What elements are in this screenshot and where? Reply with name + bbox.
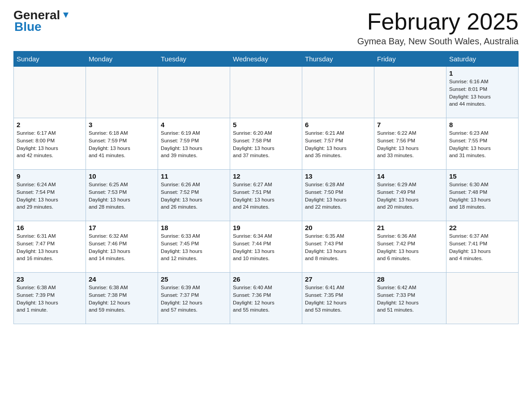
weekday-header-sunday: Sunday — [14, 51, 86, 67]
day-number: 10 — [89, 172, 155, 180]
calendar-cell: 4Sunrise: 6:19 AM Sunset: 7:59 PM Daylig… — [158, 118, 230, 170]
day-info: Sunrise: 6:16 AM Sunset: 8:01 PM Dayligh… — [449, 78, 515, 108]
calendar-cell: 7Sunrise: 6:22 AM Sunset: 7:56 PM Daylig… — [374, 118, 446, 170]
calendar-cell — [446, 273, 519, 324]
calendar-cell: 17Sunrise: 6:32 AM Sunset: 7:46 PM Dayli… — [86, 221, 158, 273]
day-info: Sunrise: 6:21 AM Sunset: 7:57 PM Dayligh… — [305, 129, 371, 159]
day-number: 21 — [377, 224, 443, 231]
day-info: Sunrise: 6:17 AM Sunset: 8:00 PM Dayligh… — [17, 129, 83, 159]
day-info: Sunrise: 6:36 AM Sunset: 7:42 PM Dayligh… — [377, 232, 443, 262]
calendar-week-row: 16Sunrise: 6:31 AM Sunset: 7:47 PM Dayli… — [14, 221, 519, 273]
weekday-header-tuesday: Tuesday — [158, 51, 230, 67]
logo-triangle-icon — [61, 11, 71, 21]
calendar-cell: 16Sunrise: 6:31 AM Sunset: 7:47 PM Dayli… — [14, 221, 86, 273]
day-number: 13 — [305, 172, 371, 180]
day-number: 7 — [377, 121, 443, 128]
day-info: Sunrise: 6:29 AM Sunset: 7:49 PM Dayligh… — [377, 181, 443, 211]
weekday-header-wednesday: Wednesday — [230, 51, 302, 67]
calendar-cell: 19Sunrise: 6:34 AM Sunset: 7:44 PM Dayli… — [230, 221, 302, 273]
calendar-cell: 11Sunrise: 6:26 AM Sunset: 7:52 PM Dayli… — [158, 170, 230, 221]
day-number: 1 — [449, 69, 515, 77]
calendar-cell — [158, 67, 230, 118]
day-number: 16 — [17, 224, 83, 231]
calendar-cell: 27Sunrise: 6:41 AM Sunset: 7:35 PM Dayli… — [302, 273, 374, 324]
calendar-cell: 28Sunrise: 6:42 AM Sunset: 7:33 PM Dayli… — [374, 273, 446, 324]
day-number: 19 — [233, 224, 299, 231]
calendar-cell: 15Sunrise: 6:30 AM Sunset: 7:48 PM Dayli… — [446, 170, 519, 221]
location-title: Gymea Bay, New South Wales, Australia — [357, 36, 519, 47]
day-number: 14 — [377, 172, 443, 180]
calendar-cell — [14, 67, 86, 118]
calendar-cell: 6Sunrise: 6:21 AM Sunset: 7:57 PM Daylig… — [302, 118, 374, 170]
weekday-header-monday: Monday — [86, 51, 158, 67]
calendar-cell: 24Sunrise: 6:38 AM Sunset: 7:38 PM Dayli… — [86, 273, 158, 324]
calendar-cell: 20Sunrise: 6:35 AM Sunset: 7:43 PM Dayli… — [302, 221, 374, 273]
day-info: Sunrise: 6:33 AM Sunset: 7:45 PM Dayligh… — [161, 232, 227, 262]
logo-text-blue: Blue — [13, 20, 42, 34]
day-number: 12 — [233, 172, 299, 180]
weekday-header-saturday: Saturday — [446, 51, 519, 67]
day-info: Sunrise: 6:42 AM Sunset: 7:33 PM Dayligh… — [377, 284, 443, 314]
day-number: 25 — [161, 275, 227, 283]
calendar-cell: 23Sunrise: 6:38 AM Sunset: 7:39 PM Dayli… — [14, 273, 86, 324]
day-number: 8 — [449, 121, 515, 128]
day-number: 5 — [233, 121, 299, 128]
calendar-cell: 18Sunrise: 6:33 AM Sunset: 7:45 PM Dayli… — [158, 221, 230, 273]
page-header: General Blue February 2025 Gymea Bay, Ne… — [13, 9, 519, 47]
calendar-cell: 5Sunrise: 6:20 AM Sunset: 7:58 PM Daylig… — [230, 118, 302, 170]
weekday-header-row: SundayMondayTuesdayWednesdayThursdayFrid… — [14, 51, 519, 67]
day-number: 9 — [17, 172, 83, 180]
day-number: 18 — [161, 224, 227, 231]
day-number: 4 — [161, 121, 227, 128]
day-info: Sunrise: 6:38 AM Sunset: 7:38 PM Dayligh… — [89, 284, 155, 314]
calendar-cell: 9Sunrise: 6:24 AM Sunset: 7:54 PM Daylig… — [14, 170, 86, 221]
title-area: February 2025 Gymea Bay, New South Wales… — [357, 9, 519, 47]
day-info: Sunrise: 6:41 AM Sunset: 7:35 PM Dayligh… — [305, 284, 371, 314]
calendar-week-row: 23Sunrise: 6:38 AM Sunset: 7:39 PM Dayli… — [14, 273, 519, 324]
day-info: Sunrise: 6:18 AM Sunset: 7:59 PM Dayligh… — [89, 129, 155, 159]
calendar-cell: 26Sunrise: 6:40 AM Sunset: 7:36 PM Dayli… — [230, 273, 302, 324]
day-info: Sunrise: 6:20 AM Sunset: 7:58 PM Dayligh… — [233, 129, 299, 159]
day-number: 2 — [17, 121, 83, 128]
day-number: 15 — [449, 172, 515, 180]
day-number: 22 — [449, 224, 515, 231]
month-title: February 2025 — [357, 9, 519, 34]
day-number: 3 — [89, 121, 155, 128]
day-info: Sunrise: 6:31 AM Sunset: 7:47 PM Dayligh… — [17, 232, 83, 262]
calendar-cell: 1Sunrise: 6:16 AM Sunset: 8:01 PM Daylig… — [446, 67, 519, 118]
day-number: 11 — [161, 172, 227, 180]
day-number: 6 — [305, 121, 371, 128]
calendar-cell: 3Sunrise: 6:18 AM Sunset: 7:59 PM Daylig… — [86, 118, 158, 170]
calendar-week-row: 1Sunrise: 6:16 AM Sunset: 8:01 PM Daylig… — [14, 67, 519, 118]
day-info: Sunrise: 6:34 AM Sunset: 7:44 PM Dayligh… — [233, 232, 299, 262]
day-info: Sunrise: 6:28 AM Sunset: 7:50 PM Dayligh… — [305, 181, 371, 211]
day-info: Sunrise: 6:24 AM Sunset: 7:54 PM Dayligh… — [17, 181, 83, 211]
logo-area: General Blue — [13, 9, 71, 34]
day-info: Sunrise: 6:27 AM Sunset: 7:51 PM Dayligh… — [233, 181, 299, 211]
day-info: Sunrise: 6:19 AM Sunset: 7:59 PM Dayligh… — [161, 129, 227, 159]
calendar-cell — [302, 67, 374, 118]
calendar-cell: 8Sunrise: 6:23 AM Sunset: 7:55 PM Daylig… — [446, 118, 519, 170]
day-number: 23 — [17, 275, 83, 283]
day-number: 27 — [305, 275, 371, 283]
calendar-cell: 2Sunrise: 6:17 AM Sunset: 8:00 PM Daylig… — [14, 118, 86, 170]
svg-marker-0 — [63, 13, 69, 18]
day-info: Sunrise: 6:32 AM Sunset: 7:46 PM Dayligh… — [89, 232, 155, 262]
weekday-header-friday: Friday — [374, 51, 446, 67]
day-number: 24 — [89, 275, 155, 283]
calendar-cell: 13Sunrise: 6:28 AM Sunset: 7:50 PM Dayli… — [302, 170, 374, 221]
day-info: Sunrise: 6:39 AM Sunset: 7:37 PM Dayligh… — [161, 284, 227, 314]
calendar-cell: 22Sunrise: 6:37 AM Sunset: 7:41 PM Dayli… — [446, 221, 519, 273]
day-info: Sunrise: 6:40 AM Sunset: 7:36 PM Dayligh… — [233, 284, 299, 314]
day-number: 20 — [305, 224, 371, 231]
day-info: Sunrise: 6:30 AM Sunset: 7:48 PM Dayligh… — [449, 181, 515, 211]
day-number: 17 — [89, 224, 155, 231]
calendar-cell: 12Sunrise: 6:27 AM Sunset: 7:51 PM Dayli… — [230, 170, 302, 221]
calendar-cell — [86, 67, 158, 118]
day-info: Sunrise: 6:25 AM Sunset: 7:53 PM Dayligh… — [89, 181, 155, 211]
calendar-week-row: 9Sunrise: 6:24 AM Sunset: 7:54 PM Daylig… — [14, 170, 519, 221]
calendar-table: SundayMondayTuesdayWednesdayThursdayFrid… — [13, 51, 519, 324]
calendar-cell: 25Sunrise: 6:39 AM Sunset: 7:37 PM Dayli… — [158, 273, 230, 324]
weekday-header-thursday: Thursday — [302, 51, 374, 67]
day-info: Sunrise: 6:38 AM Sunset: 7:39 PM Dayligh… — [17, 284, 83, 314]
